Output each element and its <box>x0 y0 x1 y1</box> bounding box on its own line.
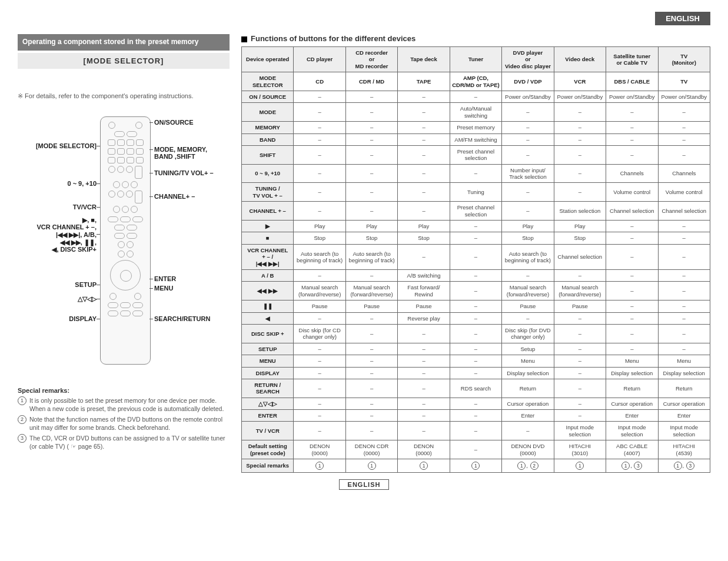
table-cell: Manual search(forward/reverse) <box>345 282 397 300</box>
table-cell: Channel selection <box>658 202 710 221</box>
table-row: ENTER––––Enter–EnterEnter <box>242 410 710 422</box>
table-cell: – <box>398 343 450 355</box>
table-cell: – <box>294 422 345 440</box>
table-cell: Reverse play <box>398 312 450 324</box>
table-row-header: MEMORY <box>242 122 294 133</box>
table-cell: Cursor operation <box>502 398 554 409</box>
table-cell: – <box>658 232 710 244</box>
table-cell: Stop <box>294 232 345 244</box>
callout-digits: 0 ~ 9, +10 <box>18 180 97 188</box>
table-header-cell: CD recorderorMD recorder <box>345 47 397 72</box>
table-cell: Pause <box>502 300 554 312</box>
table-row: BAND–––AM/FM switching–––– <box>242 133 710 145</box>
table-cell: – <box>450 91 501 102</box>
table-cell: – <box>450 398 501 409</box>
table-cell: – <box>502 103 554 122</box>
table-cell: – <box>294 103 345 122</box>
table-cell: Channel selection <box>554 244 606 269</box>
table-cell: – <box>450 300 501 312</box>
table-cell: – <box>658 221 710 232</box>
table-row-header: DISC SKIP + <box>242 324 294 343</box>
table-cell: Channel selection <box>606 202 658 221</box>
table-cell: – <box>450 232 501 244</box>
table-row-header: SETUP <box>242 343 294 355</box>
table-row: DISC SKIP +Disc skip (for CDchanger only… <box>242 324 710 343</box>
table-row-header: △▽◁▷ <box>242 398 294 409</box>
table-cell: – <box>658 324 710 343</box>
table-cell: – <box>450 355 501 367</box>
table-cell: Stop <box>554 232 606 244</box>
table-cell: – <box>345 269 397 281</box>
table-cell: Setup <box>502 343 554 355</box>
table-cell: Enter <box>658 410 710 422</box>
table-cell: DVD / VDP <box>502 72 554 91</box>
table-row-header: MODE <box>242 103 294 122</box>
remote-diagram: ON/SOURCE MODE, MEMORY, BAND ,SHIFT TUNI… <box>18 111 230 369</box>
table-cell: – <box>554 343 606 355</box>
table-cell: Power on/Standby <box>606 91 658 102</box>
table-cell: – <box>398 398 450 409</box>
table-cell: Pause <box>294 300 345 312</box>
callout-mode-selector: [MODE SELECTOR] <box>18 142 97 150</box>
table-cell: – <box>345 422 397 440</box>
table-cell: 1, 3 <box>606 459 658 473</box>
table-cell: Input modeselection <box>658 422 710 440</box>
table-cell: – <box>345 145 397 164</box>
table-cell: – <box>554 145 606 164</box>
table-cell: Channels <box>658 164 710 183</box>
remark-item: 3The CD, VCR or DVD buttons can be assig… <box>18 434 230 450</box>
table-cell: – <box>450 324 501 343</box>
table-cell: CDR / MD <box>345 72 397 91</box>
table-cell: – <box>606 122 658 133</box>
table-cell: – <box>398 422 450 440</box>
table-cell: – <box>398 367 450 379</box>
table-cell: – <box>294 164 345 183</box>
table-cell: – <box>345 91 397 102</box>
table-row-header: CHANNEL + – <box>242 202 294 221</box>
table-cell: DENON(0000) <box>398 440 450 459</box>
mode-selector-header: [MODE SELECTOR] <box>18 53 230 69</box>
table-cell: Station selection <box>554 202 606 221</box>
table-cell: – <box>554 324 606 343</box>
table-cell: – <box>658 300 710 312</box>
table-row-header: VCR CHANNEL+ – /|◀◀ ▶▶| <box>242 244 294 269</box>
table-cell: – <box>294 202 345 221</box>
table-header-cell: DVD playerorVideo disc player <box>502 47 554 72</box>
table-cell: – <box>345 410 397 422</box>
table-cell: – <box>294 145 345 164</box>
table-row-header: BAND <box>242 133 294 145</box>
table-cell: – <box>450 343 501 355</box>
table-cell: – <box>294 122 345 133</box>
table-cell: Play <box>294 221 345 232</box>
table-cell: – <box>606 324 658 343</box>
table-cell: Enter <box>502 410 554 422</box>
table-cell: DENON DVD(0000) <box>502 440 554 459</box>
table-cell: – <box>345 398 397 409</box>
table-row: ◀––Reverse play––––– <box>242 312 710 324</box>
table-cell: Disc skip (for DVDchanger only) <box>502 324 554 343</box>
table-cell: – <box>294 398 345 409</box>
special-remarks: Special remarks: 1It is only possible to… <box>18 387 230 451</box>
table-cell: – <box>398 103 450 122</box>
table-row-header: TV / VCR <box>242 422 294 440</box>
table-cell: – <box>502 422 554 440</box>
table-cell: – <box>450 282 501 300</box>
table-cell: – <box>658 282 710 300</box>
table-row-header: A / B <box>242 269 294 281</box>
table-row-header: ❚❚ <box>242 300 294 312</box>
table-cell: Display selection <box>658 367 710 379</box>
table-cell: – <box>502 312 554 324</box>
table-cell: VCR <box>554 72 606 91</box>
callout-mode-memory: MODE, MEMORY, BAND ,SHIFT <box>154 146 207 161</box>
table-cell: – <box>658 244 710 269</box>
table-row-header: MENU <box>242 355 294 367</box>
table-row: 0 ~ 9, +10––––Number input/Track selecti… <box>242 164 710 183</box>
table-cell: – <box>345 379 397 398</box>
table-cell: – <box>658 133 710 145</box>
table-cell: – <box>554 355 606 367</box>
table-cell: Stop <box>398 232 450 244</box>
callout-tv-vcr: TV/VCR <box>18 203 97 211</box>
table-row-header: SHIFT <box>242 145 294 164</box>
table-cell: – <box>294 355 345 367</box>
table-row: SETUP––––Setup––– <box>242 343 710 355</box>
